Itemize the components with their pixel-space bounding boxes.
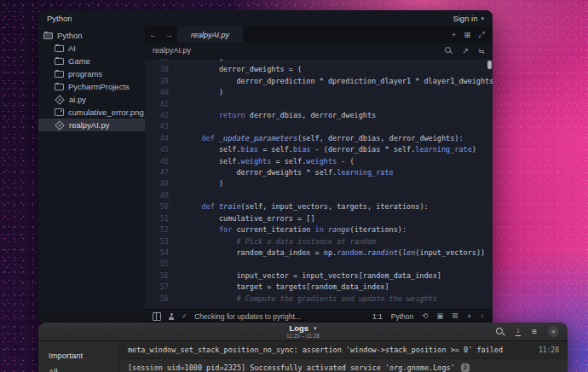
expand-icon[interactable]: ⤢ <box>478 30 485 40</box>
line-number: 49 <box>145 190 169 201</box>
new-tab-icon[interactable]: + <box>452 30 457 40</box>
sidebar-item-label: PycharmProjects <box>68 82 130 91</box>
code-line: self.weights = self.weights - ( <box>184 156 493 167</box>
log-row[interactable]: [session uid=1000 pid=2325] Successfully… <box>119 359 568 372</box>
line-number: 46 <box>145 156 169 167</box>
theme-icon[interactable]: ◑ <box>466 312 470 320</box>
code-line: def _update_parameters(self, derror_dbia… <box>184 133 493 144</box>
line-number: 42 <box>145 110 169 121</box>
logs-window: Logs ▾ 11:20 – 11:28 ↓ ≡ × ImportantAll … <box>38 323 568 372</box>
sign-in-label: Sign in <box>453 14 477 23</box>
status-bar: ✓ Checking for updates to pyright... 1:1… <box>145 309 493 323</box>
window-title: Python <box>47 14 72 23</box>
chevron-down-icon: ▾ <box>314 325 317 331</box>
file-tree: PythonAIGameprogramsPycharmProjectsai.py… <box>38 26 145 323</box>
editor-window: Python Sign in ▾ PythonAIGameprogramsPyc… <box>38 10 493 323</box>
py-icon <box>55 120 64 130</box>
line-number: 40 <box>145 87 169 98</box>
code-line: ) <box>184 178 493 189</box>
folder-icon <box>55 71 64 78</box>
tab-bar: ← → realpyAI.py + ⊞ ⤢ <box>145 26 493 43</box>
code-editor[interactable]: 3738394041424344454647484950515253545556… <box>145 59 493 309</box>
mic-icon[interactable]: ♁ <box>480 312 485 320</box>
sidebar-item-realpyai-py[interactable]: realpyAI.py <box>38 119 145 131</box>
scrollbar-thumb[interactable] <box>487 61 492 69</box>
code-settings-icon[interactable]: ≒ <box>478 46 485 55</box>
history-icon[interactable]: ⟲ <box>422 312 428 320</box>
sidebar-item-ai-py[interactable]: ai.py <box>38 93 145 106</box>
panel-icon[interactable]: ▣ <box>436 312 443 320</box>
log-timestamp: 11:28 <box>532 346 559 354</box>
code-line <box>184 99 493 110</box>
sidebar-item-cumulative-error-png[interactable]: cumulative_error.png <box>38 106 145 119</box>
line-number: 38 <box>145 64 169 75</box>
menu-icon[interactable]: ≡ <box>532 328 537 336</box>
sidebar-item-label: cumulative_error.png <box>68 108 144 117</box>
sidebar-item-label: Game <box>68 56 90 66</box>
line-number: 51 <box>145 213 169 224</box>
logs-title-block[interactable]: Logs ▾ 11:20 – 11:28 <box>286 324 320 340</box>
breadcrumb-file[interactable]: realpyAI.py <box>153 46 191 55</box>
line-number: 52 <box>145 224 169 235</box>
line-number: 55 <box>145 259 169 270</box>
code-line: for current_iteration in range(iteration… <box>184 224 493 235</box>
back-icon[interactable]: ← <box>145 31 161 39</box>
line-number: 58 <box>145 294 169 305</box>
code-line: derror_dprediction * dprediction_dlayer1… <box>184 76 493 87</box>
sidebar-item-game[interactable]: Game <box>38 55 145 67</box>
cursor-position[interactable]: 1:1 <box>372 312 383 321</box>
sidebar-item-ai[interactable]: AI <box>38 42 145 55</box>
search-icon[interactable] <box>445 47 453 55</box>
line-number: 54 <box>145 247 169 259</box>
logs-header: Logs ▾ 11:20 – 11:28 ↓ ≡ × <box>38 323 568 341</box>
workspace-icon[interactable] <box>153 312 161 321</box>
sign-in-button[interactable]: Sign in ▾ <box>453 14 484 23</box>
img-icon <box>55 108 64 116</box>
tab-realpyai[interactable]: realpyAI.py <box>177 26 243 43</box>
line-number: 53 <box>145 236 169 247</box>
py-icon <box>55 95 64 104</box>
code-line <box>184 121 493 132</box>
logs-time-range: 11:20 – 11:28 <box>286 334 320 340</box>
export-icon[interactable]: ↓ <box>516 327 522 336</box>
code-line: self.bias = self.bias - (derror_dbias * … <box>184 144 493 155</box>
line-number: 56 <box>145 270 169 282</box>
breadcrumb: realpyAI.py ↗ ≒ <box>145 43 493 59</box>
log-message: meta_window_set_stack_position_no_sync: … <box>128 346 503 354</box>
line-number: 43 <box>145 121 169 132</box>
chevron-down-icon: ▾ <box>481 15 484 22</box>
code-line: random_data_index = np.random.randint(le… <box>184 247 493 259</box>
sidebar-item-label: programs <box>68 69 102 78</box>
collaborate-icon[interactable] <box>168 313 175 320</box>
sidebar-item-label: realpyAI.py <box>69 120 110 130</box>
code-line: cumulative_errors = [] <box>184 213 493 224</box>
close-panel-icon[interactable]: ⊠ <box>452 312 458 320</box>
code-line: def train(self, input_vectors, targets, … <box>184 201 493 212</box>
logs-list: meta_window_set_stack_position_no_sync: … <box>119 341 568 372</box>
code-line <box>184 190 493 201</box>
split-editor-icon[interactable]: ⊞ <box>464 30 470 40</box>
search-icon[interactable] <box>496 328 504 336</box>
code-line: derror_dweights * self.learning_rate <box>184 167 493 178</box>
forward-icon[interactable]: → <box>161 31 177 39</box>
sidebar-item-programs[interactable]: programs <box>38 67 145 80</box>
line-number: 48 <box>145 178 169 189</box>
folder-icon <box>55 84 64 90</box>
logs-title: Logs <box>289 324 308 333</box>
logs-filter-all[interactable]: All <box>38 363 118 372</box>
sidebar-item-pycharmprojects[interactable]: PycharmProjects <box>38 80 145 93</box>
editor-titlebar: Python Sign in ▾ <box>38 10 493 26</box>
tab-label: realpyAI.py <box>191 31 229 39</box>
logs-filter-important[interactable]: Important <box>38 347 118 363</box>
sidebar-item-python[interactable]: Python <box>38 29 145 42</box>
code-line: derror_dweights = ( <box>184 64 493 75</box>
line-number: 47 <box>145 167 169 178</box>
close-icon[interactable]: × <box>548 326 559 337</box>
line-number: 41 <box>145 99 169 110</box>
code-pane: ) derror_dweights = ( derror_dprediction… <box>176 59 493 309</box>
goto-icon[interactable]: ↗ <box>462 46 469 55</box>
log-row[interactable]: meta_window_set_stack_position_no_sync: … <box>119 341 568 359</box>
folder-icon <box>55 45 64 52</box>
language-indicator[interactable]: Python <box>391 312 413 321</box>
code-line: return derror_dbias, derror_dweights <box>184 110 493 121</box>
